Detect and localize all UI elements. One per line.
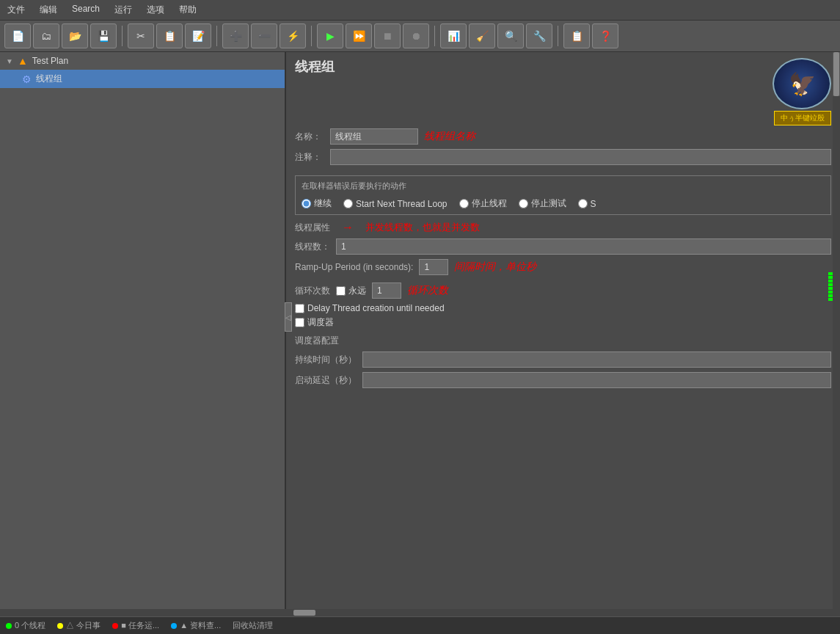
separator-1	[122, 26, 123, 46]
add-button[interactable]: ➕	[222, 23, 249, 48]
loop-count-input[interactable]	[372, 283, 401, 299]
radio-next-thread-label: Start Next Thread Loop	[356, 199, 448, 209]
status-dot-green	[6, 623, 12, 629]
ramp-up-input[interactable]	[419, 259, 448, 275]
name-label: 名称：	[295, 131, 324, 143]
name-input[interactable]	[330, 128, 418, 145]
toolbar: 📄 🗂 📂 💾 ✂ 📋 📝 ➕ ➖ ⚡ ▶ ⏩ ⏹ ⏺ 📊 🧹 🔍 🔧 📋 ❓	[0, 21, 840, 52]
thread-count-input[interactable]	[336, 238, 831, 255]
cut-button[interactable]: ✂	[128, 23, 154, 48]
separator-5	[558, 26, 558, 46]
paste-button[interactable]: 📝	[185, 23, 211, 48]
search-button[interactable]: 🔍	[497, 23, 524, 48]
radio-continue-input[interactable]	[302, 199, 311, 208]
status-daily-text: △ 今日事	[66, 620, 101, 631]
scheduler-checkbox-label-text: 调度器	[307, 316, 334, 329]
menu-run[interactable]: 运行	[112, 2, 135, 18]
remove-button[interactable]: ➖	[251, 23, 277, 48]
scheduler-checkbox[interactable]	[295, 318, 304, 327]
status-search: ▲ 资料查...	[171, 620, 221, 631]
status-daily: △ 今日事	[57, 620, 101, 631]
tree-item-threadgroup[interactable]: ⚙ 线程组	[0, 70, 285, 88]
delay-thread-label: Delay Thread creation until needed	[307, 303, 445, 313]
radio-stop-test-label: 停止测试	[531, 197, 566, 210]
loop-annotation: 循环次数	[407, 284, 448, 297]
logo-area: 🦅 中ぅ半键竝殷	[773, 58, 831, 125]
help-button[interactable]: ❓	[592, 23, 618, 48]
radio-s[interactable]: S	[578, 199, 596, 209]
props-title: 线程属性	[295, 222, 330, 234]
open-button[interactable]: 📂	[62, 23, 88, 48]
radio-next-thread[interactable]: Start Next Thread Loop	[343, 199, 448, 209]
loop-row: 循环次数 永远 循环次数	[286, 283, 840, 299]
forever-checkbox[interactable]	[336, 286, 346, 296]
startup-delay-label: 启动延迟（秒）	[295, 374, 357, 387]
clear-button[interactable]: 🧹	[469, 23, 495, 48]
stop-button[interactable]: ⏹	[374, 23, 401, 48]
status-dot-blue	[171, 623, 177, 629]
reset-button[interactable]: 🔧	[526, 23, 552, 48]
separator-4	[434, 26, 435, 46]
duration-label: 持续时间（秒）	[295, 354, 357, 366]
loop-label: 循环次数	[295, 285, 330, 297]
radio-stop-thread-input[interactable]	[459, 199, 469, 208]
menu-file[interactable]: 文件	[4, 2, 28, 18]
scheduler-config-section: 调度器配置 持续时间（秒） 启动延迟（秒）	[286, 332, 840, 396]
toggle-button[interactable]: ⚡	[280, 23, 306, 48]
scrollbar-track[interactable]	[833, 96, 840, 609]
log-button[interactable]: 📋	[563, 23, 590, 48]
thread-count-label: 线程数：	[295, 241, 330, 253]
radio-s-label: S	[591, 199, 596, 209]
tree-threadgroup-label: 线程组	[36, 73, 62, 85]
forever-label: 永远	[348, 285, 366, 297]
radio-stop-thread[interactable]: 停止线程	[459, 197, 507, 210]
scheduler-row: 调度器	[286, 316, 840, 329]
delay-thread-checkbox[interactable]	[295, 304, 304, 313]
h-scrollbar[interactable]	[0, 609, 840, 616]
radio-stop-test[interactable]: 停止测试	[519, 197, 566, 210]
start-button[interactable]: ▶	[317, 23, 343, 48]
duration-input[interactable]	[362, 351, 831, 368]
tree-testplan-label: Test Plan	[32, 56, 68, 66]
logo-badge: 中ぅ半键竝殷	[774, 111, 831, 125]
shutdown-button[interactable]: ⏺	[403, 23, 429, 48]
copy-button[interactable]: 📋	[156, 23, 183, 48]
menu-options[interactable]: 选项	[144, 2, 167, 18]
tree-item-testplan[interactable]: ▼ ▲ Test Plan	[0, 52, 285, 70]
status-bar: 0 个线程 △ 今日事 ■ 任务运... ▲ 资料查... 回收站清理	[0, 616, 840, 634]
comment-row: 注释：	[295, 149, 831, 165]
h-scrollbar-thumb[interactable]	[293, 610, 315, 616]
right-scrollbar[interactable]	[833, 52, 840, 609]
status-threads-text: 0 个线程	[15, 620, 45, 631]
status-dot-red	[112, 623, 118, 629]
radio-s-input[interactable]	[578, 199, 588, 208]
new-button[interactable]: 📄	[4, 23, 31, 48]
scrollbar-thumb[interactable]	[833, 52, 839, 96]
templates-button[interactable]: 🗂	[33, 23, 59, 48]
start-nopause-button[interactable]: ⏩	[346, 23, 372, 48]
ramp-up-label: Ramp-Up Period (in seconds):	[295, 262, 413, 272]
menu-search[interactable]: Search	[69, 2, 103, 18]
delay-thread-row: Delay Thread creation until needed	[286, 303, 840, 313]
save-button[interactable]: 💾	[90, 23, 117, 48]
scheduler-checkbox-label[interactable]: 调度器	[295, 316, 334, 329]
menu-edit[interactable]: 编辑	[37, 2, 60, 18]
scheduler-config-title: 调度器配置	[295, 335, 831, 347]
testplan-icon: ▲	[18, 55, 28, 67]
radio-next-thread-input[interactable]	[343, 199, 353, 208]
status-task: ■ 任务运...	[112, 620, 159, 631]
collapse-handle[interactable]: ◁	[285, 302, 292, 332]
name-annotation: 线程组名称	[424, 130, 475, 143]
comment-input[interactable]	[330, 149, 831, 165]
report-button[interactable]: 📊	[440, 23, 467, 48]
radio-stop-test-input[interactable]	[519, 199, 528, 208]
delay-thread-checkbox-label[interactable]: Delay Thread creation until needed	[295, 303, 445, 313]
status-task-text: ■ 任务运...	[121, 620, 159, 631]
radio-continue[interactable]: 继续	[302, 197, 332, 210]
forever-checkbox-label[interactable]: 永远	[336, 285, 366, 297]
separator-3	[311, 26, 312, 46]
menu-bar: 文件 编辑 Search 运行 选项 帮助	[0, 0, 840, 21]
arrow-icon: →	[342, 221, 354, 234]
menu-help[interactable]: 帮助	[176, 2, 200, 18]
startup-delay-input[interactable]	[362, 372, 831, 388]
